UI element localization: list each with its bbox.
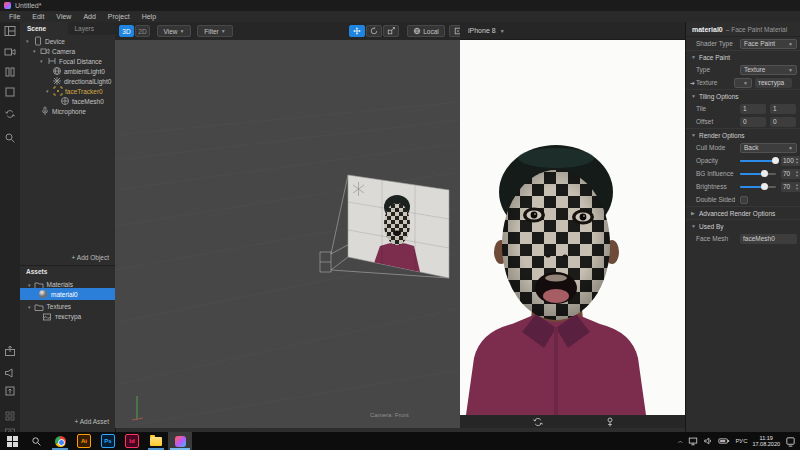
view-dropdown[interactable]: View▼	[157, 25, 191, 37]
add-asset-button[interactable]: + Add Asset	[74, 418, 109, 425]
bg-influence-slider[interactable]	[740, 173, 776, 175]
action-center-icon[interactable]	[785, 436, 796, 447]
face-mesh-field[interactable]: faceMesh0	[740, 234, 797, 244]
tab-scene[interactable]: Scene	[20, 22, 68, 35]
sync-icon[interactable]	[4, 108, 16, 120]
texture-mini-dropdown[interactable]: ▼	[734, 78, 752, 88]
advanced-render-options-section[interactable]: ▶ Advanced Render Options	[686, 206, 800, 219]
expander-icon[interactable]: ▾	[46, 88, 51, 94]
collapse-icon: ▼	[691, 93, 696, 99]
opacity-value[interactable]: 100▲▼	[781, 156, 800, 166]
tile-x-input[interactable]: 1	[740, 104, 766, 114]
type-row: Type Texture▼	[686, 63, 800, 76]
taskbar-photoshop[interactable]: Ps	[96, 432, 120, 450]
scene-node-ambient-light[interactable]: ambientLight0	[52, 66, 105, 76]
tray-date: 17.08.2020	[752, 441, 780, 448]
clock[interactable]: 11:19 17.08.2020	[752, 435, 780, 448]
panels-icon[interactable]	[4, 25, 16, 37]
flip-camera-icon[interactable]	[532, 416, 544, 428]
start-button[interactable]	[0, 432, 24, 450]
language-indicator[interactable]: РУС	[735, 438, 747, 444]
filter-dropdown[interactable]: Filter▼	[197, 25, 233, 37]
add-object-button[interactable]: + Add Object	[72, 254, 109, 261]
asset-material0[interactable]: material0	[20, 288, 115, 300]
face-paint-section[interactable]: ▼ Face Paint	[686, 50, 800, 63]
expander-icon[interactable]: ▾	[28, 304, 31, 310]
tray-expand-icon[interactable]: ︿	[677, 437, 683, 446]
volume-icon[interactable]	[703, 436, 713, 446]
shader-type-dropdown[interactable]: Face Paint▼	[740, 39, 797, 49]
taskbar-spark-ar[interactable]	[168, 432, 192, 450]
search-icon[interactable]	[4, 132, 16, 144]
camera-view-icon[interactable]	[4, 46, 16, 58]
rotate-tool-button[interactable]	[366, 25, 382, 37]
mode-2d-button[interactable]: 2D	[135, 25, 150, 37]
search-icon	[31, 436, 42, 447]
menu-file[interactable]: File	[3, 13, 26, 20]
announce-icon[interactable]	[4, 367, 16, 379]
scene-node-face-mesh[interactable]: faceMesh0	[60, 96, 104, 106]
opacity-slider[interactable]	[740, 160, 776, 162]
menu-add[interactable]: Add	[77, 13, 101, 20]
network-icon[interactable]	[688, 436, 698, 446]
simulator-preview[interactable]	[460, 40, 685, 415]
scene-node-directional-light[interactable]: directionalLight0	[52, 76, 111, 86]
grid-icon[interactable]	[4, 410, 16, 422]
local-space-button[interactable]: Local	[407, 25, 445, 37]
scene-node-microphone[interactable]: Microphone	[40, 106, 86, 116]
chrome-icon	[55, 436, 66, 447]
offset-x-input[interactable]: 0	[740, 117, 766, 127]
taskbar-search-button[interactable]	[24, 432, 48, 450]
expander-icon[interactable]: ▾	[28, 282, 31, 288]
taskbar-file-explorer[interactable]	[144, 432, 168, 450]
type-dropdown[interactable]: Texture▼	[740, 65, 797, 75]
shape-icon[interactable]	[4, 86, 16, 98]
render-options-section[interactable]: ▼ Render Options	[686, 128, 800, 141]
expander-icon[interactable]: ▾	[33, 48, 38, 54]
expander-icon[interactable]: ▾	[40, 58, 45, 64]
publish-icon[interactable]	[4, 385, 16, 397]
move-tool-button[interactable]	[349, 25, 365, 37]
battery-icon[interactable]	[718, 436, 730, 446]
blocks-icon[interactable]	[4, 66, 16, 78]
scale-tool-button[interactable]	[383, 25, 399, 37]
tab-layers[interactable]: Layers	[68, 22, 116, 35]
export-icon[interactable]	[4, 345, 16, 357]
brightness-slider[interactable]	[740, 186, 776, 188]
file-explorer-icon	[150, 437, 162, 446]
shader-type-row: Shader Type Face Paint▼	[686, 37, 800, 50]
used-by-section[interactable]: ▼ Used By	[686, 219, 800, 232]
tile-y-input[interactable]: 1	[770, 104, 796, 114]
chevron-down-icon[interactable]: ▼	[500, 28, 505, 34]
menu-help[interactable]: Help	[136, 13, 162, 20]
bg-influence-value[interactable]: 70▲▼	[781, 169, 800, 179]
menu-project[interactable]: Project	[102, 13, 136, 20]
offset-y-input[interactable]: 0	[770, 117, 796, 127]
expander-icon[interactable]: ▾	[26, 38, 31, 44]
taskbar-indesign[interactable]: Id	[120, 432, 144, 450]
touch-simulate-icon[interactable]	[604, 416, 616, 428]
scene-node-face-tracker[interactable]: ▾ faceTracker0	[46, 86, 103, 96]
mode-3d-button[interactable]: 3D	[119, 25, 134, 37]
scene-node-camera[interactable]: ▾ Camera	[33, 46, 75, 56]
tile-row: Tile 1 1	[686, 102, 800, 115]
material-sphere-icon	[38, 289, 48, 299]
menu-edit[interactable]: Edit	[26, 13, 50, 20]
taskbar-illustrator[interactable]: Ai	[72, 432, 96, 450]
brightness-value[interactable]: 70▲▼	[781, 182, 800, 192]
double-sided-checkbox[interactable]	[740, 196, 748, 204]
menu-view[interactable]: View	[50, 13, 77, 20]
scene-tabs: Scene Layers	[20, 22, 115, 35]
scene-node-focal-distance[interactable]: ▾ Focal Distance	[40, 56, 102, 66]
scene-node-device[interactable]: ▾ Device	[26, 36, 65, 46]
chevron-down-icon: ▼	[743, 80, 748, 86]
viewport-3d[interactable]: Camera: Front	[115, 40, 460, 428]
device-selector[interactable]: iPhone 8	[468, 27, 496, 34]
windows-logo-icon	[7, 436, 18, 447]
tiling-options-section[interactable]: ▼ Tiling Options	[686, 89, 800, 102]
texture-value-field[interactable]: текстура	[755, 78, 792, 88]
cull-mode-dropdown[interactable]: Back▼	[740, 143, 797, 153]
asset-texture[interactable]: текстура	[20, 311, 115, 322]
globe-icon	[413, 27, 421, 35]
taskbar-chrome[interactable]	[48, 432, 72, 450]
